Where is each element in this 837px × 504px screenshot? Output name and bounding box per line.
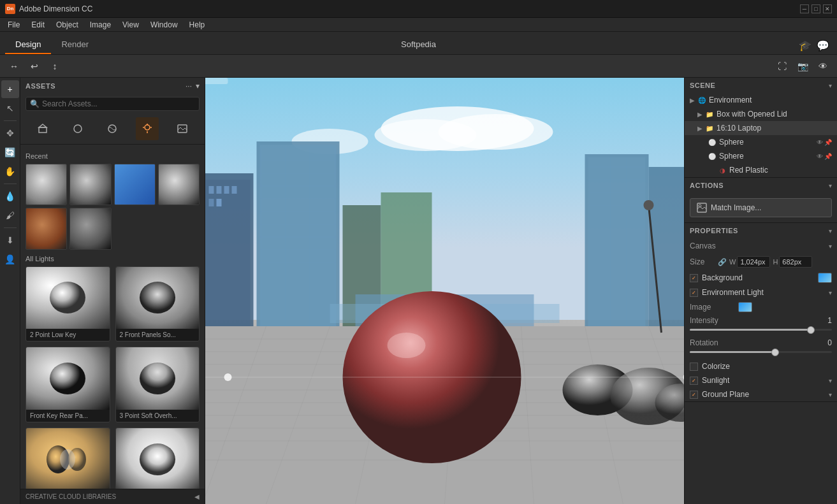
ground-plane-collapse-icon[interactable]: ▾ [829,391,832,398]
select-tool[interactable]: ↖ [1,99,19,117]
scene-item-sphere1[interactable]: ⚪ Sphere 👁 📌 [685,135,837,149]
menu-window[interactable]: Window [145,19,183,31]
search-box[interactable]: 🔍 [25,97,200,111]
creative-cloud-collapse[interactable]: ◀ [194,493,200,500]
scene-item-red-plastic[interactable]: ◑ Red Plastic [685,163,837,177]
recent-thumb-2[interactable] [69,164,111,205]
height-input[interactable] [779,256,812,268]
env-light-collapse-icon[interactable]: ▾ [829,289,832,296]
paint-tool[interactable]: 🖌 [1,206,19,224]
scene-header[interactable]: SCENE ▾ [685,78,837,93]
size-label: Size [690,257,715,266]
background-checkbox[interactable] [690,274,698,282]
category-models[interactable] [31,117,54,140]
assets-panel: ASSETS ··· ▾ 🔍 [20,78,205,504]
learn-icon[interactable]: 🎓 [799,40,812,52]
light-card-4[interactable]: Warm Key Cool Fill [25,428,110,489]
tab-render[interactable]: Render [51,36,99,54]
colorize-checkbox[interactable] [690,363,698,371]
search-input[interactable] [42,99,195,108]
scene-item-sphere2[interactable]: ⚪ Sphere 👁 📌 [685,149,837,163]
canvas-collapse-icon[interactable]: ▾ [829,243,832,250]
light-card-0[interactable]: 2 Point Low Key [25,266,110,342]
scene-item-environment[interactable]: ▶ 🌐 Environment [685,93,837,107]
intensity-track[interactable] [690,329,832,331]
rotation-thumb[interactable] [771,349,779,356]
env-image-thumb[interactable] [738,302,752,312]
add-tool[interactable]: + [1,80,19,98]
assets-collapse-icon[interactable]: ▾ [196,82,200,90]
scene-item-box[interactable]: ▶ 📁 Box with Opened Lid [685,107,837,121]
category-lights[interactable] [136,117,159,140]
minimize-button[interactable]: ─ [800,4,809,13]
tab-design[interactable]: Design [5,36,51,54]
assets-more-icon[interactable]: ··· [186,82,192,90]
light-card-2[interactable]: Front Key Rear Pa... [25,347,110,422]
camera-button[interactable]: 📷 [794,57,812,75]
width-input[interactable] [737,256,770,268]
category-images[interactable] [171,117,194,140]
canvas-row: Canvas ▾ [685,238,837,254]
svg-point-16 [60,449,75,470]
scene-chevron-laptop: ▶ [697,125,702,132]
environment-light-checkbox[interactable] [690,289,698,297]
fullscreen-button[interactable]: ⛶ [773,57,791,75]
sphere2-pin-icon[interactable]: 📌 [824,153,832,160]
maximize-button[interactable]: □ [812,4,820,13]
menu-edit[interactable]: Edit [26,19,50,31]
size-height-field: H [773,256,812,268]
menu-view[interactable]: View [117,19,144,31]
down-tool[interactable]: ⬇ [1,231,19,249]
scene-label-sphere2: Sphere [719,152,814,161]
recent-thumb-4[interactable] [158,164,200,205]
light-card-3[interactable]: 3 Point Soft Overh... [115,347,200,422]
svg-rect-30 [224,186,229,194]
category-materials[interactable] [66,117,89,140]
recent-thumb-5[interactable] [25,208,67,249]
actions-buttons: Match Image... [685,193,837,222]
light-card-1[interactable]: 2 Front Panels So... [115,266,200,342]
svg-rect-35 [260,145,337,333]
svg-rect-49 [588,157,646,333]
share-icon[interactable]: 💬 [817,40,829,52]
orbit-tool-button[interactable]: ↩ [25,57,43,75]
menu-object[interactable]: Object [51,19,84,31]
pan-tool[interactable]: ✋ [1,162,19,180]
light-card-5[interactable]: Wood Studio Win... [115,428,200,489]
sphere1-pin-icon[interactable]: 📌 [824,139,832,146]
view-options-button[interactable]: 👁 [814,57,832,75]
scene-chevron-environment: ▶ [690,97,695,104]
intensity-label: Intensity [690,316,718,325]
recent-thumb-3[interactable] [114,164,156,205]
rotation-track[interactable] [690,351,832,353]
actions-header[interactable]: ACTIONS ▾ [685,178,837,193]
recent-thumb-1[interactable] [25,164,67,205]
menu-help[interactable]: Help [184,19,210,31]
menu-image[interactable]: Image [85,19,116,31]
sphere2-eye-icon[interactable]: 👁 [817,153,823,160]
sphere1-eye-icon[interactable]: 👁 [817,139,823,146]
match-image-button[interactable]: Match Image... [690,198,832,217]
select-tool-button[interactable]: ↔ [5,57,23,75]
sample-tool[interactable]: 💧 [1,187,19,205]
ground-plane-checkbox[interactable] [690,391,698,399]
move-tool[interactable]: ✥ [1,124,19,142]
properties-header[interactable]: PROPERTIES ▾ [685,223,837,238]
transform-tool-button[interactable]: ↕ [46,57,64,75]
scene-tool[interactable]: 👤 [1,250,19,268]
scene-item-laptop[interactable]: ▶ 📁 16:10 Laptop [685,121,837,135]
sunlight-checkbox[interactable] [690,377,698,385]
svg-rect-88 [205,78,228,84]
intensity-thumb[interactable] [807,326,815,334]
rotate-tool[interactable]: 🔄 [1,143,19,161]
viewport[interactable] [205,78,684,504]
close-button[interactable]: ✕ [823,4,832,13]
menu-file[interactable]: File [3,19,25,31]
svg-point-80 [388,333,426,358]
recent-thumb-6[interactable] [69,208,111,249]
sunlight-collapse-icon[interactable]: ▾ [829,377,832,384]
background-thumb[interactable] [818,273,832,283]
match-image-label: Match Image... [711,203,761,212]
category-textures[interactable] [101,117,124,140]
actions-collapse-icon: ▾ [829,182,832,189]
